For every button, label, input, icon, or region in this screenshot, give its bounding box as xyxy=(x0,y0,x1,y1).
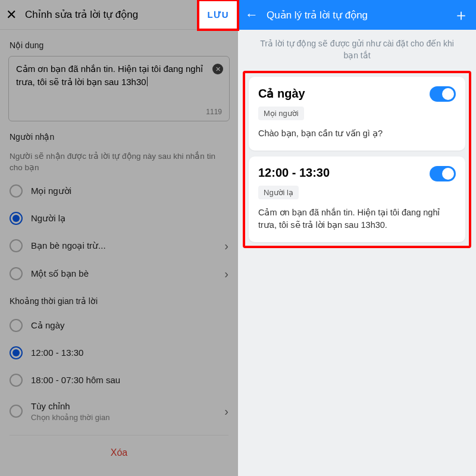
right-header: ← Quản lý trả lời tự động ＋ xyxy=(238,0,476,30)
option-label: Cả ngày xyxy=(31,320,228,331)
option-label-col: 18:00 - 07:30 hôm sau xyxy=(31,375,228,385)
option-label-col: Tùy chỉnhChọn khoảng thời gian xyxy=(31,401,216,422)
auto-reply-card[interactable]: 12:00 - 13:30Người lạCảm ơn bạn đã nhắn … xyxy=(249,156,465,242)
recipients-list: Mọi ngườiNgười lạBạn bè ngoại trừ...›Một… xyxy=(0,177,238,288)
chevron-right-icon: › xyxy=(224,267,228,281)
card-title: Cả ngày xyxy=(258,86,456,101)
option-label-col: Một số bạn bè xyxy=(31,268,216,279)
radio-icon xyxy=(10,267,23,280)
edit-auto-reply-screen: ✕ Chỉnh sửa trả lời tự động Nội dung Cảm… xyxy=(0,0,238,476)
save-button-highlight: LƯU xyxy=(198,0,238,30)
content-label: Nội dung xyxy=(0,30,238,56)
recipients-help: Người sẽ nhận được trả lời tự động này s… xyxy=(0,148,238,177)
period-option[interactable]: Tùy chỉnhChọn khoảng thời gian› xyxy=(0,394,238,429)
delete-button[interactable]: Xóa xyxy=(0,438,238,469)
option-label-col: Cả ngày xyxy=(31,320,228,331)
auto-reply-cards-highlight: Cả ngàyMọi ngườiChào bạn, bạn cần tư vấn… xyxy=(243,71,471,248)
recipient-option[interactable]: Người lạ xyxy=(0,205,238,232)
card-title: 12:00 - 13:30 xyxy=(258,166,456,180)
option-label: 12:00 - 13:30 xyxy=(31,347,228,358)
back-icon[interactable]: ← xyxy=(245,7,258,23)
radio-icon xyxy=(10,346,23,359)
option-label: Mọi người xyxy=(31,186,228,196)
manage-auto-reply-screen: ← Quản lý trả lời tự động ＋ Trả lời tự đ… xyxy=(238,0,476,476)
toggle-switch[interactable] xyxy=(430,86,456,102)
message-input[interactable]: Cảm ơn bạn đã nhắn tin. Hiện tại tôi đan… xyxy=(8,56,230,121)
chevron-right-icon: › xyxy=(224,239,228,253)
option-label: Bạn bè ngoại trừ... xyxy=(31,240,216,251)
right-title: Quản lý trả lời tự động xyxy=(267,9,445,21)
save-button[interactable]: LƯU xyxy=(201,5,236,25)
radio-icon xyxy=(10,374,23,387)
periods-list: Cả ngày12:00 - 13:3018:00 - 07:30 hôm sa… xyxy=(0,312,238,429)
period-option[interactable]: 18:00 - 07:30 hôm sau xyxy=(0,367,238,394)
option-label-col: Bạn bè ngoại trừ... xyxy=(31,240,216,251)
radio-icon xyxy=(10,184,23,198)
divider xyxy=(10,435,228,436)
option-label: Một số bạn bè xyxy=(31,268,216,279)
card-body: Chào bạn, bạn cần tư vấn gì ạ? xyxy=(258,127,456,140)
card-badge: Người lạ xyxy=(258,186,299,199)
option-sublabel: Chọn khoảng thời gian xyxy=(31,413,216,422)
radio-icon xyxy=(10,319,23,332)
message-text: Cảm ơn bạn đã nhắn tin. Hiện tại tôi đan… xyxy=(16,64,203,87)
clear-input-icon[interactable]: ✕ xyxy=(212,64,223,74)
recipients-label: Người nhận xyxy=(0,121,238,148)
option-label: Người lạ xyxy=(31,213,228,224)
recipient-option[interactable]: Một số bạn bè› xyxy=(0,260,238,288)
option-label: 18:00 - 07:30 hôm sau xyxy=(31,375,228,385)
chevron-right-icon: › xyxy=(224,405,228,418)
card-badge: Mọi người xyxy=(258,107,304,120)
period-option[interactable]: 12:00 - 13:30 xyxy=(0,339,238,367)
char-counter: 1119 xyxy=(206,107,222,117)
toggle-switch[interactable] xyxy=(430,166,456,181)
option-label-col: 12:00 - 13:30 xyxy=(31,347,228,358)
period-option[interactable]: Cả ngày xyxy=(0,312,238,339)
recipient-option[interactable]: Bạn bè ngoại trừ...› xyxy=(0,232,238,260)
option-label: Tùy chỉnh xyxy=(31,401,216,412)
option-label-col: Người lạ xyxy=(31,213,228,224)
close-icon[interactable]: ✕ xyxy=(6,7,17,23)
radio-icon xyxy=(10,239,23,252)
radio-icon xyxy=(10,405,23,418)
add-icon[interactable]: ＋ xyxy=(453,5,469,26)
option-label-col: Mọi người xyxy=(31,186,228,196)
period-label: Khoảng thời gian trả lời xyxy=(0,288,238,312)
left-title: Chỉnh sửa trả lời tự động xyxy=(25,8,191,21)
right-help-text: Trả lời tự động sẽ được gửi như cài đặt … xyxy=(238,30,476,71)
recipient-option[interactable]: Mọi người xyxy=(0,177,238,205)
radio-icon xyxy=(10,212,23,225)
auto-reply-card[interactable]: Cả ngàyMọi ngườiChào bạn, bạn cần tư vấn… xyxy=(249,77,465,151)
card-body: Cảm ơn bạn đã nhắn tin. Hiện tại tôi đan… xyxy=(258,206,456,231)
